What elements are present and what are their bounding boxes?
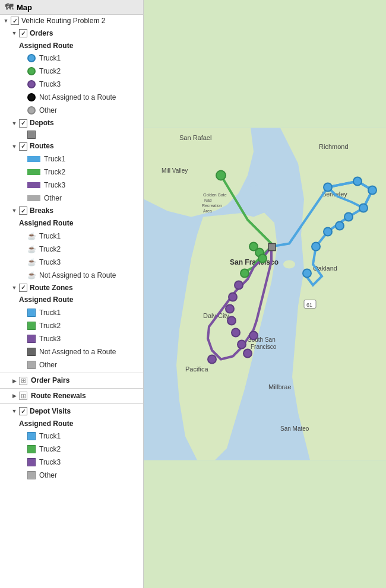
- orders-truck1-item: Truck1: [0, 52, 143, 65]
- svg-point-31: [227, 317, 236, 325]
- route-zones-unassigned-icon: [27, 348, 36, 356]
- route-zones-truck1-label: Truck1: [39, 307, 61, 318]
- panel-header: 🗺 Map: [0, 0, 143, 15]
- orders-truck2-label: Truck2: [39, 66, 61, 77]
- depot-visits-truck1-icon: [27, 432, 36, 440]
- svg-point-27: [241, 269, 249, 278]
- orders-truck2-item: Truck2: [0, 65, 143, 78]
- route-zones-section-header[interactable]: Route Zones: [0, 282, 143, 294]
- routes-truck3-label: Truck3: [44, 180, 65, 190]
- route-renewals-grid-icon: ⊞: [19, 392, 27, 400]
- order-pairs-header[interactable]: ⊞ Order Pairs: [0, 374, 143, 387]
- breaks-unassigned-icon: ☕: [27, 271, 36, 279]
- svg-point-21: [312, 243, 320, 251]
- order-pairs-expand: [11, 377, 18, 384]
- orders-other-item: Other: [0, 104, 143, 117]
- depot-visits-truck3-icon: [27, 458, 36, 466]
- depots-symbol-icon: [27, 131, 36, 139]
- root-item[interactable]: Vehicle Routing Problem 2: [0, 15, 143, 27]
- orders-other-label: Other: [39, 105, 57, 116]
- route-zones-other-label: Other: [39, 360, 57, 370]
- divider-2: [0, 388, 143, 389]
- routes-section-header[interactable]: Routes: [0, 140, 143, 152]
- map-panel[interactable]: San Rafael Richmond Mill Valley Berkeley…: [144, 0, 386, 588]
- route-zones-truck3-icon: [27, 335, 36, 343]
- routes-other-item: Other: [0, 192, 143, 205]
- breaks-section-header[interactable]: Breaks: [0, 205, 143, 217]
- depots-section-header[interactable]: Depots: [0, 117, 143, 129]
- svg-point-14: [324, 183, 332, 192]
- depot-visits-expand: [11, 408, 18, 415]
- breaks-truck1-icon: ☕: [27, 232, 36, 240]
- svg-text:Francisco: Francisco: [251, 344, 277, 350]
- breaks-truck2-icon: ☕: [27, 245, 36, 253]
- route-zones-unassigned-item: Not Assigned to a Route: [0, 345, 143, 358]
- breaks-expand: [11, 207, 18, 214]
- orders-other-icon: [27, 106, 36, 115]
- routes-expand: [11, 143, 18, 150]
- svg-point-20: [324, 228, 332, 236]
- map-svg: San Rafael Richmond Mill Valley Berkeley…: [144, 0, 386, 588]
- depot-visits-section-header[interactable]: Depot Visits: [0, 405, 143, 418]
- routes-label: Routes: [30, 141, 54, 151]
- routes-truck1-label: Truck1: [44, 154, 65, 164]
- depot-visits-label: Depot Visits: [30, 406, 71, 417]
- orders-truck1-label: Truck1: [39, 53, 61, 63]
- orders-checkbox[interactable]: [19, 29, 27, 37]
- routes-truck3-item: Truck3: [0, 179, 143, 192]
- svg-point-18: [344, 213, 353, 221]
- route-zones-label: Route Zones: [30, 283, 73, 293]
- svg-point-19: [336, 222, 344, 230]
- depots-symbol-item: [0, 129, 143, 140]
- route-zones-assigned-route-header: Assigned Route: [0, 294, 143, 306]
- depot-visits-truck1-label: Truck1: [39, 431, 61, 441]
- label-pacifica: Pacifica: [185, 365, 208, 373]
- orders-label: Orders: [30, 28, 53, 39]
- depot-visits-other-item: Other: [0, 469, 143, 482]
- svg-text:Recreation: Recreation: [202, 204, 222, 208]
- breaks-truck2-item: ☕ Truck2: [0, 243, 143, 256]
- breaks-truck3-item: ☕ Truck3: [0, 256, 143, 269]
- svg-point-23: [216, 171, 226, 180]
- label-mill-valley: Mill Valley: [162, 167, 188, 174]
- root-checkbox[interactable]: [11, 17, 19, 25]
- svg-point-33: [238, 341, 246, 349]
- svg-point-15: [353, 177, 362, 186]
- route-zones-checkbox[interactable]: [19, 284, 27, 292]
- routes-truck3-icon: [27, 182, 40, 188]
- routes-truck2-item: Truck2: [0, 166, 143, 179]
- routes-truck1-icon: [27, 156, 40, 162]
- route-renewals-expand: [11, 392, 18, 399]
- route-renewals-header[interactable]: ⊞ Route Renewals: [0, 390, 143, 402]
- routes-truck2-label: Truck2: [44, 167, 65, 177]
- routes-other-icon: [27, 195, 40, 201]
- orders-truck3-label: Truck3: [39, 79, 61, 90]
- breaks-truck1-item: ☕ Truck1: [0, 230, 143, 243]
- order-pairs-label: Order Pairs: [31, 376, 69, 386]
- routes-truck2-icon: [27, 169, 40, 175]
- depot-visits-truck3-item: Truck3: [0, 456, 143, 469]
- orders-unassigned-label: Not Assigned to a Route: [39, 92, 116, 103]
- orders-assigned-route-header: Assigned Route: [0, 40, 143, 52]
- orders-section-header[interactable]: Orders: [0, 27, 143, 40]
- orders-unassigned-icon: [27, 93, 36, 101]
- depot-visits-truck2-icon: [27, 445, 36, 453]
- orders-expand: [11, 30, 18, 37]
- breaks-assigned-route-label: Assigned Route: [19, 218, 73, 228]
- order-pairs-grid-icon: ⊞: [19, 377, 27, 385]
- label-san-mateo: San Mateo: [280, 425, 309, 432]
- depots-label: Depots: [30, 118, 54, 128]
- depots-checkbox[interactable]: [19, 119, 27, 128]
- route-zones-unassigned-label: Not Assigned to a Route: [39, 347, 116, 357]
- label-millbrae: Millbrae: [268, 383, 292, 390]
- breaks-unassigned-label: Not Assigned to a Route: [39, 270, 116, 281]
- depot-visits-checkbox[interactable]: [19, 407, 27, 415]
- routes-checkbox[interactable]: [19, 142, 27, 151]
- route-zones-truck1-item: Truck1: [0, 306, 143, 319]
- divider-1: [0, 373, 143, 373]
- depot-visits-truck2-label: Truck2: [39, 444, 61, 454]
- svg-text:Natl: Natl: [204, 198, 212, 202]
- depot-visits-other-label: Other: [39, 470, 57, 481]
- panel-header-label: Map: [17, 3, 32, 12]
- breaks-checkbox[interactable]: [19, 206, 27, 215]
